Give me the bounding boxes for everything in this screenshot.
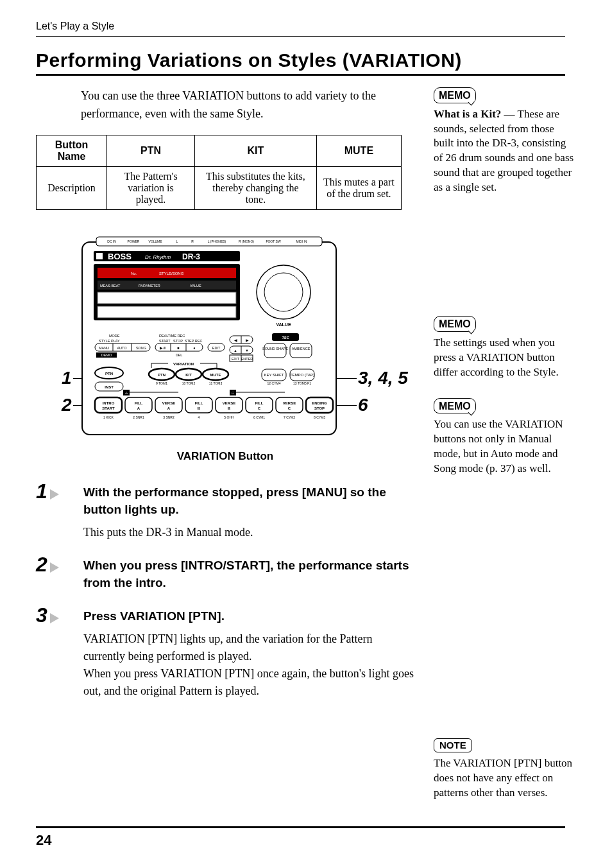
svg-text:VALUE: VALUE [190,284,201,288]
intro-text: You can use the three VARIATION buttons … [81,87,414,123]
svg-text:7 CYM2: 7 CYM2 [284,415,295,419]
svg-text:VERSE: VERSE [223,401,235,405]
svg-rect-112 [185,397,212,413]
svg-rect-12 [96,253,103,259]
variation-table: Button Name PTN KIT MUTE Description The… [36,135,402,210]
svg-text:▼: ▼ [245,349,248,352]
note-icon: NOTE [434,738,472,752]
svg-text:MIDI IN: MIDI IN [296,239,307,243]
svg-text:DEMO: DEMO [101,353,112,357]
step-body: This puts the DR-3 in Manual mode. [83,524,414,541]
svg-text:L (PHONES): L (PHONES) [208,239,226,243]
svg-text:▶: ▶ [246,338,249,342]
svg-text:13 TOM5 F1: 13 TOM5 F1 [293,381,311,385]
svg-text:PTN: PTN [158,373,166,377]
svg-text:START: START [159,339,171,343]
th-button-name: Button Name [37,135,107,166]
step-2: 2 When you press [INTRO/START], the perf… [36,557,414,592]
svg-text:VERSE: VERSE [283,401,296,405]
svg-text:▲: ▲ [234,349,237,352]
svg-text:STEP REC: STEP REC [185,339,202,343]
svg-rect-124 [276,397,303,413]
svg-text:A: A [167,406,171,410]
svg-text:11 TOM3: 11 TOM3 [209,381,223,385]
page-number: 24 [36,832,51,849]
memo-text: You can use the VARIATION buttons not on… [434,417,576,476]
step-heading: With the performance stopped, press [MAN… [83,483,414,519]
svg-text:PTN: PTN [105,372,113,376]
svg-text:B: B [198,406,201,410]
memo-icon: MEMO [434,87,476,103]
svg-text:VOLUME: VOLUME [148,239,162,243]
svg-text:FOOT SW: FOOT SW [266,239,281,243]
svg-text:DEL: DEL [176,353,183,357]
svg-text:DC IN: DC IN [107,239,116,243]
svg-text:A: A [125,391,128,395]
callout-6: 6 [358,395,368,415]
step-number: 1 [36,480,59,503]
svg-text:▶/II: ▶/II [160,346,166,350]
svg-text:AMBIENCE: AMBIENCE [292,347,310,351]
step-body: VARIATION [PTN] lights up, and the varia… [83,630,414,700]
svg-rect-24 [98,292,236,304]
device-illustration: DC IN POWER VOLUME L R L (PHONES) R (MON… [81,233,337,445]
th-ptn: PTN [107,135,195,166]
svg-text:12 CYM4: 12 CYM4 [268,381,281,385]
svg-text:TSC: TSC [282,336,290,340]
svg-text:STYLE PLAY: STYLE PLAY [99,339,120,343]
svg-text:◀: ◀ [234,338,237,342]
svg-text:5 OHH: 5 OHH [224,415,234,419]
svg-rect-128 [306,397,333,413]
svg-text:R (MONO): R (MONO) [239,239,254,243]
running-head: Let's Play a Style [36,21,576,32]
svg-text:STYLE/SONG: STYLE/SONG [159,272,184,275]
svg-text:EDIT: EDIT [212,346,221,350]
step-heading: When you press [INTRO/START], the perfor… [83,557,414,592]
step-number: 2 [36,553,59,577]
svg-text:B: B [228,406,231,410]
svg-text:INTRO: INTRO [103,401,115,405]
svg-text:6 CYM1: 6 CYM1 [253,415,265,419]
svg-text:A: A [137,406,140,410]
svg-text:TEMPO (TAP): TEMPO (TAP) [290,373,314,377]
svg-text:SONG: SONG [136,346,146,350]
svg-text:START: START [102,406,115,410]
td-description-label: Description [37,166,107,209]
svg-text:ENDING: ENDING [312,401,327,405]
svg-text:STOP: STOP [173,339,183,343]
svg-text:L: L [176,239,178,243]
divider [36,826,565,828]
figure-caption: VARIATION Button [36,450,414,463]
svg-rect-120 [246,397,273,413]
svg-text:8 CYM3: 8 CYM3 [314,415,325,419]
td-mute: This mutes a part of the drum set. [316,166,401,209]
svg-rect-116 [216,397,242,413]
svg-text:VARIATION: VARIATION [173,362,194,366]
svg-text:No.: No. [131,272,137,275]
svg-text:C: C [288,406,291,410]
svg-text:MODE: MODE [109,334,120,338]
svg-point-27 [264,273,303,311]
svg-text:FILL: FILL [195,401,203,405]
callout-2: 2 [62,395,72,415]
th-mute: MUTE [316,135,401,166]
step-number: 3 [36,603,59,627]
svg-text:EXIT: EXIT [232,357,240,361]
svg-text:■: ■ [177,346,179,350]
svg-rect-108 [155,397,182,413]
svg-text:1 KICK: 1 KICK [103,415,114,419]
svg-text:AUTO: AUTO [117,346,127,350]
memo-1: MEMO What is a Kit? — These are sounds, … [434,87,576,195]
memo-text: The settings used when you press a VARIA… [434,336,576,380]
svg-text:INST: INST [105,385,114,389]
svg-text:FILL: FILL [255,401,264,405]
page-title: Performing Variations on Styles (VARIATI… [36,49,576,71]
note: NOTE The VARIATION [PTN] button does not… [434,738,576,801]
svg-text:C: C [258,406,261,410]
memo-icon: MEMO [434,316,476,332]
divider [36,74,565,76]
svg-rect-66 [264,343,286,358]
td-ptn: The Pattern's variation is played. [107,166,195,209]
svg-text:VERSE: VERSE [162,401,175,405]
svg-text:POWER: POWER [128,239,140,243]
